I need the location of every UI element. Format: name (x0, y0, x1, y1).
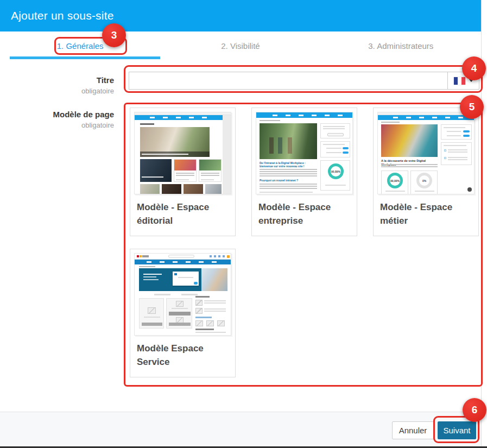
thumb-article-heading: De l'Intranet à la Digital Workplace : b… (260, 161, 317, 168)
wizard-tabs: 1. Générales 2. Visibilité 3. Administra… (0, 31, 481, 60)
add-subsite-dialog: Ajouter un sous-site 1. Générales 2. Vis… (0, 0, 487, 448)
dialog-title: Ajouter un sous-site (11, 0, 114, 31)
thumb-navbar (256, 112, 353, 118)
completion-donut-left: 99,99% (387, 173, 403, 188)
title-input-group (129, 72, 479, 90)
tab-generales[interactable]: 1. Générales (0, 31, 160, 60)
dialog-header: Ajouter un sous-site (0, 0, 481, 31)
template-title: Modèle - Espace entreprise (252, 197, 357, 232)
annotation-badge-3: 3 (102, 23, 126, 47)
thumb-navbar (135, 115, 223, 120)
template-card-metier[interactable]: A la découverte de votre Digital Workpla… (373, 108, 479, 236)
annotation-badge-4: 4 (462, 56, 486, 80)
template-field-required: obligatoire (0, 121, 114, 129)
cancel-button[interactable]: Annuler (392, 421, 434, 439)
french-flag-icon (454, 77, 465, 85)
tab-visibilite[interactable]: 2. Visibilité (160, 31, 320, 60)
template-thumbnail-metier: A la découverte de votre Digital Workpla… (377, 112, 475, 194)
title-input[interactable] (129, 72, 447, 89)
template-thumbnail-editorial (134, 112, 231, 194)
template-thumbnail-service (134, 253, 231, 336)
next-button[interactable]: Suivant (438, 421, 476, 439)
template-card-service[interactable]: Modèle Espace Service (130, 249, 236, 377)
title-field-required: obligatoire (0, 87, 114, 95)
thumb-hero-photo (140, 127, 210, 157)
completion-donut: 90,89% (328, 163, 344, 179)
annotation-badge-6: 6 (463, 398, 486, 422)
thumb-navbar (378, 115, 475, 120)
template-card-editorial[interactable]: Modèle - Espace éditorial (130, 108, 236, 236)
thumb-hero-photo (260, 123, 317, 159)
template-title: Modèle - Espace métier (374, 197, 478, 232)
template-title: Modèle Espace Service (130, 338, 235, 373)
tab-administrateurs[interactable]: 3. Administrateurs (321, 31, 481, 60)
thumb-article-subheading: Pourquoi un nouvel intranet ? (260, 179, 317, 182)
template-field-label: Modèle de page (0, 110, 114, 119)
active-tab-underline (10, 56, 160, 59)
dialog-footer: Annuler Suivant (0, 412, 481, 446)
thumb-fab-icon (467, 187, 472, 192)
template-card-entreprise[interactable]: De l'Intranet à la Digital Workplace : b… (251, 108, 357, 236)
template-thumbnail-entreprise: De l'Intranet à la Digital Workplace : b… (256, 112, 353, 194)
thumb-hero-banner (139, 268, 227, 291)
thumb-navbar (135, 260, 231, 264)
thumb-hero-photo (381, 124, 438, 157)
completion-donut-right: 0% (416, 173, 432, 188)
thumb-sidebar (195, 296, 228, 334)
template-title: Modèle - Espace éditorial (130, 197, 235, 232)
title-field-label: Titre (0, 75, 114, 85)
annotation-badge-5: 5 (460, 95, 484, 119)
